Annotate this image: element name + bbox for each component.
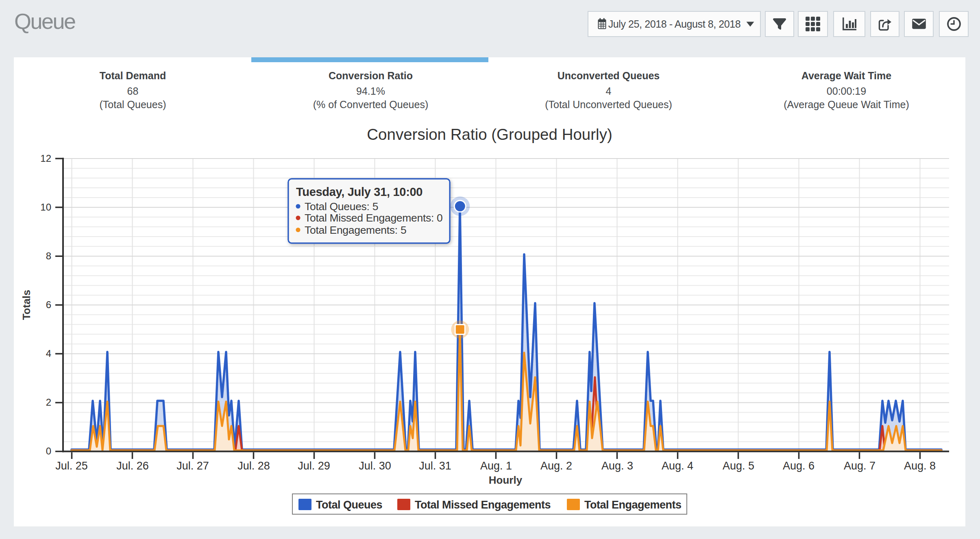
svg-text:Jul. 25: Jul. 25 (55, 460, 88, 472)
svg-text:8: 8 (46, 250, 51, 261)
svg-text:Jul. 31: Jul. 31 (419, 460, 451, 472)
svg-text:Jul. 26: Jul. 26 (116, 460, 149, 472)
svg-text:Aug. 4: Aug. 4 (662, 460, 693, 472)
svg-text:Jul. 29: Jul. 29 (298, 460, 330, 472)
svg-text:Aug. 5: Aug. 5 (723, 460, 754, 472)
svg-text:Total Missed Engagements: Total Missed Engagements (415, 499, 551, 511)
svg-text:Aug. 1: Aug. 1 (480, 460, 512, 472)
svg-text:Conversion Ratio (Grouped Hour: Conversion Ratio (Grouped Hourly) (367, 126, 612, 143)
svg-text:Totals: Totals (20, 290, 33, 320)
svg-text:6: 6 (46, 299, 51, 310)
svg-text:Total Missed Engagements: 0: Total Missed Engagements: 0 (305, 212, 443, 224)
svg-text:12: 12 (40, 153, 51, 164)
svg-text:Total Engagements: 5: Total Engagements: 5 (305, 224, 406, 236)
svg-text:Jul. 27: Jul. 27 (176, 460, 209, 472)
svg-text:Aug. 6: Aug. 6 (783, 460, 814, 472)
svg-text:Aug. 7: Aug. 7 (844, 460, 875, 472)
svg-text:Aug. 2: Aug. 2 (540, 460, 572, 472)
svg-text:Jul. 30: Jul. 30 (359, 460, 391, 472)
svg-text:0: 0 (46, 446, 51, 456)
svg-text:4: 4 (46, 348, 51, 359)
svg-text:10: 10 (40, 202, 51, 213)
svg-text:Aug. 3: Aug. 3 (601, 460, 633, 472)
svg-text:Hourly: Hourly (489, 474, 523, 486)
svg-text:Total Engagements: Total Engagements (584, 499, 682, 511)
svg-text:Tuesday, July 31, 10:00: Tuesday, July 31, 10:00 (296, 185, 422, 198)
svg-text:Total Queues: 5: Total Queues: 5 (305, 200, 378, 213)
svg-text:2: 2 (46, 397, 51, 408)
svg-text:Total Queues: Total Queues (316, 499, 382, 511)
svg-text:Jul. 28: Jul. 28 (237, 460, 270, 472)
svg-text:Aug. 8: Aug. 8 (904, 460, 936, 472)
